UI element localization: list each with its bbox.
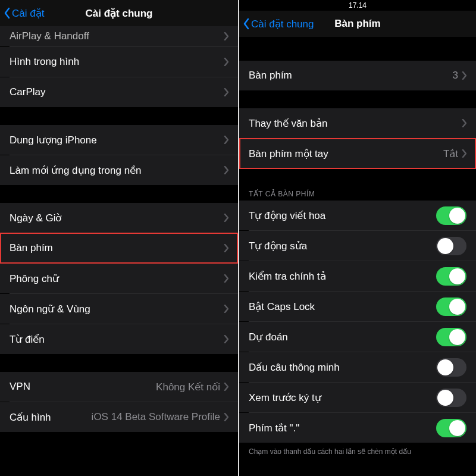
row-label: Hình trong hình	[10, 56, 79, 68]
setting-row[interactable]: Bàn phím	[0, 233, 238, 263]
toggle-switch[interactable]	[436, 206, 466, 225]
row-label: Dung lượng iPhone	[10, 134, 97, 146]
toggle-switch[interactable]	[436, 389, 466, 407]
row-label: Cấu hình	[10, 411, 51, 424]
toggle-switch[interactable]	[436, 298, 466, 316]
switch-knob	[449, 420, 465, 436]
right-screenshot: 17.14 Cài đặt chung Bàn phím Bàn phím3Th…	[238, 0, 476, 476]
row-label: Bàn phím	[10, 242, 53, 254]
status-bar: 17.14	[239, 0, 476, 11]
toggle-label: Tự động sửa	[249, 240, 307, 252]
row-value: Tắt	[443, 148, 458, 160]
keyboard-option-row[interactable]: Thay thế văn bản	[239, 108, 476, 138]
row-label: Làm mới ứng dụng trong nền	[10, 164, 142, 177]
row-value: 3	[453, 70, 458, 82]
row-label: Thay thế văn bản	[249, 117, 327, 130]
chevron-right-icon	[462, 119, 466, 127]
row-label: Bàn phím	[249, 70, 292, 82]
switch-knob	[449, 329, 465, 345]
section-header-all-keyboards: TẤT CẢ BÀN PHÍM	[239, 185, 476, 201]
setting-row[interactable]: Từ điển	[0, 324, 238, 354]
setting-row[interactable]: Hình trong hình	[0, 47, 238, 77]
toggle-switch[interactable]	[436, 328, 466, 346]
group-gap	[239, 90, 476, 108]
switch-knob	[437, 238, 453, 254]
setting-row[interactable]: Cấu hìnhiOS 14 Beta Software Profile	[0, 402, 238, 432]
setting-row[interactable]: Dung lượng iPhone	[0, 125, 238, 155]
row-label: Từ điển	[10, 333, 45, 346]
toggle-label: Xem trước ký tự	[249, 392, 321, 404]
chevron-right-icon	[224, 136, 228, 144]
row-label: Bàn phím một tay	[249, 148, 328, 160]
group-gap	[239, 37, 476, 61]
chevron-left-icon	[243, 18, 250, 30]
chevron-right-icon	[224, 32, 228, 40]
chevron-right-icon	[224, 413, 228, 421]
row-label: CarPlay	[10, 86, 45, 98]
chevron-left-icon	[4, 7, 11, 19]
footer-note: Chạm vào thanh dấu cách hai lần sẽ chèn …	[239, 443, 476, 457]
chevron-right-icon	[224, 335, 228, 343]
toggle-label: Phím tắt "."	[249, 422, 299, 434]
keyboards-row[interactable]: Bàn phím3	[239, 61, 476, 90]
chevron-right-icon	[224, 274, 228, 283]
toggle-row: Bật Caps Lock	[239, 292, 476, 321]
setting-row[interactable]: Ngôn ngữ & Vùng	[0, 294, 238, 324]
chevron-right-icon	[224, 214, 228, 222]
back-label: Cài đặt chung	[251, 18, 314, 30]
toggle-row: Dấu câu thông minh	[239, 352, 476, 382]
keyboard-option-row[interactable]: Bàn phím một tayTắt	[239, 139, 476, 168]
toggle-row: Tự động sửa	[239, 231, 476, 261]
page-title: Bàn phím	[334, 18, 380, 30]
row-label: Phông chữ	[10, 273, 59, 285]
setting-row[interactable]: AirPlay & Handoff	[0, 26, 238, 46]
setting-row[interactable]: Phông chữ	[0, 264, 238, 293]
group-gap	[0, 107, 238, 125]
group-gap	[239, 168, 476, 185]
switch-knob	[437, 390, 453, 406]
row-value: iOS 14 Beta Software Profile	[92, 411, 220, 423]
setting-row[interactable]: CarPlay	[0, 77, 238, 107]
chevron-right-icon	[462, 149, 466, 158]
back-button[interactable]: Cài đặt chung	[243, 18, 314, 30]
chevron-right-icon	[224, 88, 228, 96]
group-gap	[0, 185, 238, 203]
status-time: 17.14	[349, 1, 367, 10]
setting-row[interactable]: Ngày & Giờ	[0, 203, 238, 233]
toggle-label: Bật Caps Lock	[249, 300, 315, 313]
switch-knob	[449, 208, 465, 224]
row-label: VPN	[10, 381, 30, 393]
row-value: Không Kết nối	[156, 381, 220, 393]
chevron-right-icon	[224, 305, 228, 313]
row-label: Ngày & Giờ	[10, 212, 61, 224]
page-title: Cài đặt chung	[86, 7, 153, 20]
toggle-label: Tự động viết hoa	[249, 209, 325, 222]
chevron-right-icon	[224, 166, 228, 174]
toggle-label: Kiểm tra chính tả	[249, 270, 326, 283]
toggle-label: Dấu câu thông minh	[249, 361, 340, 374]
setting-row[interactable]: VPNKhông Kết nối	[0, 372, 238, 402]
toggle-label: Dự đoán	[249, 331, 288, 343]
toggle-switch[interactable]	[436, 358, 466, 377]
switch-knob	[449, 299, 465, 315]
left-screenshot: Cài đặt Cài đặt chung AirPlay & HandoffH…	[0, 0, 238, 476]
toggle-switch[interactable]	[436, 267, 466, 286]
toggle-row: Dự đoán	[239, 322, 476, 352]
chevron-right-icon	[224, 244, 228, 252]
chevron-right-icon	[224, 58, 228, 66]
navbar-left: Cài đặt Cài đặt chung	[0, 0, 238, 26]
setting-row[interactable]: Làm mới ứng dụng trong nền	[0, 155, 238, 185]
toggle-row: Tự động viết hoa	[239, 201, 476, 230]
toggle-row: Phím tắt "."	[239, 413, 476, 443]
row-label: AirPlay & Handoff	[10, 30, 89, 42]
switch-knob	[449, 268, 465, 284]
back-button[interactable]: Cài đặt	[4, 7, 44, 20]
toggle-row: Xem trước ký tự	[239, 383, 476, 412]
chevron-right-icon	[224, 383, 228, 391]
back-label: Cài đặt	[12, 7, 44, 20]
toggle-switch[interactable]	[436, 237, 466, 255]
switch-knob	[437, 359, 453, 375]
chevron-right-icon	[462, 71, 466, 80]
toggle-row: Kiểm tra chính tả	[239, 261, 476, 291]
toggle-switch[interactable]	[436, 419, 466, 437]
